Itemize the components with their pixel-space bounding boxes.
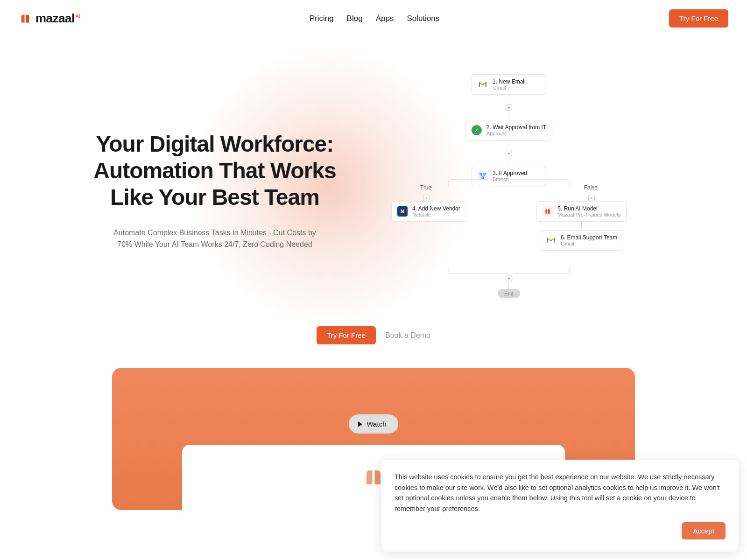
flow-node-title: 2. Wait Approval from IT <box>486 124 546 131</box>
flow-connector <box>581 222 582 230</box>
flow-node-2[interactable]: ✓ 2. Wait Approval from ITApproval <box>465 120 552 140</box>
flow-node-sub: Approval <box>486 131 546 136</box>
hero-section: Your Digital Workforce: Automation That … <box>0 37 747 308</box>
watch-button[interactable]: Watch <box>349 414 399 434</box>
flow-end: + End <box>498 272 520 298</box>
book-demo-link[interactable]: Book a Demo <box>385 331 430 340</box>
logo[interactable]: mazaalAI <box>19 11 80 26</box>
logo-icon <box>19 12 32 25</box>
netsuite-icon: N <box>397 206 408 217</box>
flow-node-5[interactable]: 5. Run AI ModelMazaal Pre-Trained Models <box>536 201 627 222</box>
play-icon <box>358 421 362 427</box>
flow-node-6[interactable]: 6. Email Support TeamGmail <box>540 230 623 251</box>
end-node: End <box>498 289 520 298</box>
branch-label-true: True <box>420 184 431 191</box>
add-step-button[interactable]: + <box>506 275 512 281</box>
try-free-button[interactable]: Try For Free <box>317 326 376 344</box>
branch-label-false: False <box>584 184 598 191</box>
hero-text: Your Digital Workforce: Automation That … <box>93 112 336 250</box>
add-step-button[interactable]: + <box>423 195 430 201</box>
flow-connector <box>508 140 509 147</box>
cta-row: Try For Free Book a Demo <box>0 308 747 358</box>
workflow-diagram: 1. New EmailGmail + ✓ 2. Wait Approval f… <box>364 74 654 289</box>
flow-node-sub: Netsuite <box>412 212 460 217</box>
branch-true-column: N 4. Add New VendorNetsuite <box>391 201 466 222</box>
nav-pricing[interactable]: Pricing <box>310 14 334 23</box>
gmail-icon <box>478 79 488 90</box>
nav-apps[interactable]: Apps <box>376 14 394 23</box>
add-step-button[interactable]: + <box>506 104 512 111</box>
flow-node-1[interactable]: 1. New EmailGmail <box>472 74 546 95</box>
mazaal-icon <box>543 206 553 217</box>
branch-false-column: 5. Run AI ModelMazaal Pre-Trained Models… <box>536 201 627 251</box>
flow-connector <box>508 113 509 120</box>
logo-text: mazaalAI <box>35 11 80 26</box>
flow-main-column: 1. New EmailGmail + ✓ 2. Wait Approval f… <box>465 74 552 186</box>
nav-solutions[interactable]: Solutions <box>407 14 439 23</box>
cookie-banner: This website uses cookies to ensure you … <box>381 460 739 510</box>
flow-node-title: 1. New Email <box>493 78 526 85</box>
add-step-button[interactable]: + <box>588 195 595 201</box>
flow-connector <box>508 159 509 166</box>
gmail-icon <box>546 235 556 245</box>
flow-node-sub: Mazaal Pre-Trained Models <box>557 212 620 217</box>
flow-node-sub: Gmail <box>561 241 617 246</box>
hero-title: Your Digital Workforce: Automation That … <box>93 131 336 210</box>
add-step-button[interactable]: + <box>506 150 512 156</box>
header-cta-button[interactable]: Try For Free <box>669 9 728 28</box>
flow-connector <box>508 284 509 289</box>
flow-connector <box>508 95 509 101</box>
flow-node-title: 5. Run AI Model <box>557 205 620 212</box>
main-nav: Pricing Blog Apps Solutions <box>310 14 440 23</box>
check-icon: ✓ <box>472 125 482 135</box>
nav-blog[interactable]: Blog <box>347 14 363 23</box>
branch-connector <box>444 173 574 187</box>
watch-label: Watch <box>367 420 387 428</box>
site-header: mazaalAI Pricing Blog Apps Solutions Try… <box>0 0 747 37</box>
flow-node-title: 4. Add New Vendor <box>412 205 460 212</box>
flow-node-sub: Gmail <box>493 85 526 91</box>
hero-subtitle: Automate Complex Business Tasks in Minut… <box>112 227 317 251</box>
cookie-text: This website uses cookies to ensure you … <box>395 472 726 510</box>
flow-node-title: 6. Email Support Team <box>561 234 617 241</box>
flow-node-4[interactable]: N 4. Add New VendorNetsuite <box>391 201 466 222</box>
